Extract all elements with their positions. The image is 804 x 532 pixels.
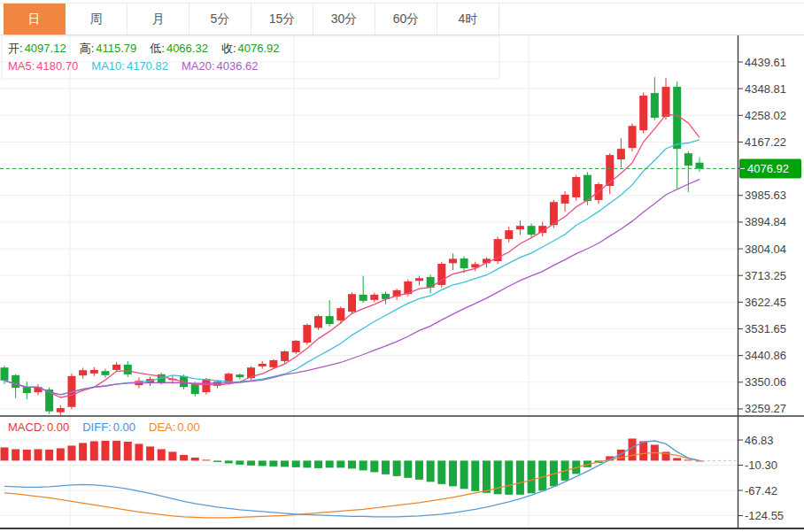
- macd-hist-bar: [281, 460, 289, 466]
- ohlc-legend: 开:4097.12高:4115.79低:4066.32收:4076.92: [8, 41, 280, 57]
- macd-hist-bar: [180, 455, 188, 460]
- legend-label: MACD:: [8, 420, 45, 434]
- price-axis-label: 3622.45: [745, 296, 786, 309]
- candle-body: [124, 365, 132, 374]
- macd-hist-bar: [516, 460, 524, 494]
- current-price-label: 4076.92: [747, 162, 789, 175]
- legend-item: MA5:4180.70: [8, 59, 78, 73]
- period-tab[interactable]: 60分: [375, 4, 437, 35]
- macd-axis-label: -10.30: [745, 459, 777, 472]
- price-axis-label: 3350.06: [745, 375, 786, 389]
- macd-hist-bar: [202, 459, 210, 460]
- candle-body: [460, 258, 468, 268]
- candle-body: [12, 375, 19, 388]
- candle-body: [684, 153, 692, 166]
- legend-label: MA5:: [8, 59, 35, 73]
- macd-hist-bar: [101, 441, 109, 460]
- period-tabbar: 日周月5分15分30分60分4时: [0, 3, 804, 35]
- macd-hist-bar: [90, 441, 98, 460]
- macd-hist-bar: [158, 449, 166, 460]
- macd-hist-bar: [437, 460, 445, 483]
- period-tab[interactable]: 30分: [313, 4, 375, 35]
- macd-hist-bar: [404, 460, 412, 477]
- legend-label: MA20:: [182, 59, 215, 73]
- macd-hist-bar: [370, 460, 378, 472]
- period-tab[interactable]: 15分: [251, 4, 313, 35]
- macd-hist-bar: [34, 449, 42, 460]
- legend-item: 低:4066.32: [150, 41, 208, 57]
- candle-body: [57, 408, 65, 412]
- legend-item: DEA:0.00: [149, 420, 200, 434]
- candle-body: [303, 325, 311, 343]
- macd-hist-bar: [336, 460, 344, 467]
- macd-legend: MACD:0.00DIFF:0.00DEA:0.00: [8, 420, 200, 434]
- legend-value: 4180.70: [36, 59, 78, 73]
- legend-value: 0.00: [177, 420, 199, 434]
- candle-body: [359, 295, 367, 301]
- legend-label: MA10:: [91, 59, 125, 73]
- legend-value: 4036.62: [217, 59, 259, 73]
- ma10-line: [4, 140, 700, 395]
- candle-body: [202, 379, 210, 392]
- macd-hist-bar: [135, 443, 143, 460]
- price-axis-label: 4258.02: [745, 109, 786, 122]
- price-axis-label: 3440.86: [745, 349, 786, 362]
- period-tab[interactable]: 4时: [437, 4, 499, 35]
- kline-chart[interactable]: 4439.614348.814258.024167.224076.923985.…: [0, 0, 804, 532]
- macd-hist-bar: [684, 459, 692, 460]
- legend-item: 收:4076.92: [221, 41, 280, 57]
- macd-hist-bar: [326, 460, 334, 467]
- candle-body: [516, 226, 524, 229]
- candle-body: [281, 351, 289, 361]
- legend-label: 低:: [150, 42, 165, 55]
- kline-app: 日周月5分15分30分60分4时 4439.614348.814258.0241…: [0, 0, 804, 532]
- candle-body: [415, 278, 423, 281]
- macd-hist-bar: [483, 460, 491, 492]
- legend-value: 4170.82: [127, 59, 168, 73]
- legend-item: MA10:4170.82: [91, 59, 168, 73]
- macd-hist-bar: [427, 460, 435, 482]
- candle-body: [101, 371, 109, 375]
- candle-body: [348, 294, 356, 312]
- candle-body: [269, 360, 277, 367]
- period-tab[interactable]: 日: [4, 4, 66, 35]
- ma20-line: [4, 180, 700, 395]
- macd-hist-bar: [449, 460, 457, 486]
- macd-hist-bar: [415, 460, 423, 479]
- price-axis-label: 4348.81: [745, 82, 786, 96]
- legend-item: 高:4115.79: [80, 41, 137, 57]
- macd-hist-bar: [359, 460, 367, 470]
- price-axis-label: 4439.61: [745, 56, 786, 69]
- legend-value: 4115.79: [96, 42, 136, 55]
- period-tab[interactable]: 月: [128, 4, 189, 35]
- macd-hist-bar: [213, 460, 221, 461]
- candle-body: [696, 163, 704, 169]
- legend-value: 0.00: [47, 420, 69, 434]
- macd-hist-bar: [12, 449, 19, 460]
- macd-hist-bar: [528, 460, 536, 493]
- candle-body: [662, 87, 670, 117]
- legend-item: MACD:0.00: [8, 420, 69, 434]
- macd-hist-bar: [382, 460, 390, 474]
- macd-hist-bar: [292, 460, 300, 466]
- macd-hist-bar: [23, 450, 31, 460]
- candle-body: [259, 364, 267, 366]
- ma5-line: [4, 115, 700, 397]
- candle-body: [236, 374, 244, 377]
- legend-label: 开:: [8, 42, 23, 55]
- macd-axis-label: 46.83: [745, 434, 774, 447]
- period-tab[interactable]: 5分: [189, 4, 251, 35]
- macd-hist-bar: [303, 460, 311, 467]
- period-tab[interactable]: 周: [66, 4, 128, 35]
- candle-body: [629, 126, 637, 148]
- macd-axis-label: -67.42: [745, 484, 777, 497]
- legend-value: 4076.92: [238, 42, 280, 55]
- candle-body: [606, 155, 614, 186]
- macd-hist-bar: [348, 460, 356, 468]
- ma-legend: MA5:4180.70MA10:4170.82MA20:4036.62: [8, 59, 259, 73]
- price-axis-label: 3894.84: [745, 215, 786, 228]
- macd-hist-bar: [1, 447, 9, 460]
- price-axis-label: 3985.63: [745, 189, 786, 202]
- legend-item: MA20:4036.62: [182, 59, 259, 73]
- candle-body: [79, 370, 87, 375]
